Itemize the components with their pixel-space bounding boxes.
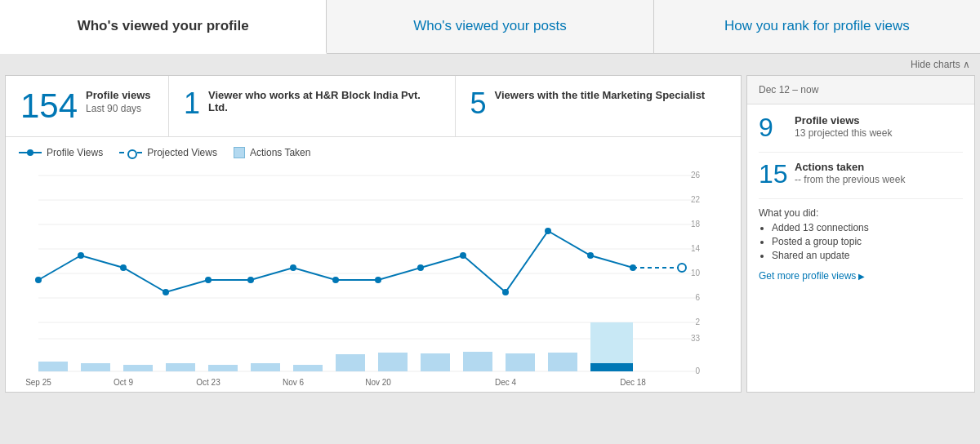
bar-9	[378, 353, 408, 371]
tab-posts-label: Who's viewed your posts	[413, 18, 567, 33]
bar-3	[123, 365, 153, 371]
tab-posts[interactable]: Who's viewed your posts	[327, 0, 653, 53]
legend-box	[234, 147, 245, 158]
chart-legend: Profile Views Projected Views Actions Ta…	[6, 137, 741, 163]
svg-text:6: 6	[695, 293, 700, 302]
stat-profile-views: 154 Profile views Last 90 days	[6, 76, 169, 136]
bar-14-dark	[590, 363, 633, 371]
left-panel: 154 Profile views Last 90 days 1 Viewer …	[5, 75, 742, 393]
point-7	[290, 264, 296, 271]
main-container: Who's viewed your profile Who's viewed y…	[0, 0, 980, 444]
action-item-1: Added 13 connections	[772, 222, 963, 233]
divider-1	[759, 152, 963, 153]
projected-point	[678, 264, 686, 272]
svg-text:2: 2	[695, 317, 700, 326]
tab-rank-label: How you rank for profile views	[724, 18, 910, 33]
right-actions-taken-number: 15	[759, 161, 788, 187]
point-2	[78, 252, 84, 259]
tab-bar: Who's viewed your profile Who's viewed y…	[0, 0, 980, 54]
main-content: 154 Profile views Last 90 days 1 Viewer …	[0, 75, 980, 397]
right-panel-header: Dec 12 – now	[747, 76, 974, 104]
point-13	[545, 228, 551, 234]
profile-views-number: 154	[20, 89, 78, 123]
point-5	[205, 277, 212, 283]
bar-10	[421, 353, 450, 371]
viewer-company-label: Viewer who works at H&R Block India Pvt.…	[208, 89, 439, 113]
right-panel: Dec 12 – now 9 Profile views 13 projecte…	[746, 75, 975, 393]
bar-6	[251, 363, 280, 371]
svg-text:Oct 9: Oct 9	[114, 378, 133, 387]
right-profile-views-sublabel: 13 projected this week	[795, 127, 892, 139]
what-you-did-label: What you did:	[759, 207, 818, 219]
bar-7	[293, 365, 323, 371]
action-item-3: Shared an update	[772, 250, 963, 261]
chart-area: 26 22 18 14 10 6 2	[6, 163, 741, 392]
viewer-title-number: 5	[470, 89, 487, 118]
right-profile-views: 9 Profile views 13 projected this week	[759, 114, 963, 140]
bar-1	[38, 362, 68, 371]
viewer-title-label: Viewers with the title Marketing Special…	[495, 89, 706, 101]
bar-8	[336, 354, 365, 371]
point-8	[332, 277, 339, 283]
bar-11	[463, 352, 492, 371]
right-actions-taken-label: Actions taken	[795, 161, 905, 173]
point-6	[247, 277, 254, 283]
legend-dashed-line	[119, 152, 142, 153]
point-12	[502, 289, 509, 295]
action-item-2: Posted a group topic	[772, 236, 963, 247]
bar-4	[166, 363, 195, 371]
point-9	[375, 277, 381, 283]
bar-2	[81, 363, 110, 371]
bar-13	[548, 353, 577, 371]
what-you-did-section: What you did: Added 13 connections Poste…	[759, 207, 963, 261]
svg-text:Nov 6: Nov 6	[283, 378, 305, 387]
bar-5	[208, 365, 238, 371]
right-profile-views-label: Profile views	[795, 114, 892, 127]
tab-profile[interactable]: Who's viewed your profile	[0, 0, 327, 54]
date-range-label: Dec 12 – now	[759, 84, 818, 95]
point-3	[120, 264, 127, 271]
right-actions-taken-sublabel: -- from the previous week	[795, 174, 905, 185]
stat-viewer-title: 5 Viewers with the title Marketing Speci…	[456, 76, 742, 136]
stat-viewer-company: 1 Viewer who works at H&R Block India Pv…	[169, 76, 456, 136]
point-10	[417, 264, 424, 271]
legend-projected-views: Projected Views	[119, 147, 217, 158]
profile-views-sublabel: Last 90 days	[86, 103, 150, 114]
hide-charts-bar: Hide charts	[0, 54, 980, 75]
divider-2	[759, 198, 963, 199]
get-more-link[interactable]: Get more profile views	[759, 270, 865, 282]
svg-text:Dec 4: Dec 4	[495, 378, 517, 387]
point-1	[35, 277, 42, 283]
legend-actions-taken: Actions Taken	[234, 147, 311, 158]
legend-profile-views-label: Profile Views	[47, 147, 103, 158]
point-15	[630, 264, 636, 271]
right-actions-taken: 15 Actions taken -- from the previous we…	[759, 161, 963, 187]
chart-svg: 26 22 18 14 10 6 2	[14, 163, 724, 388]
svg-text:Nov 20: Nov 20	[365, 378, 391, 387]
stats-row: 154 Profile views Last 90 days 1 Viewer …	[6, 76, 741, 137]
right-profile-views-number: 9	[759, 114, 788, 140]
svg-text:0: 0	[695, 366, 700, 375]
legend-profile-views: Profile Views	[19, 147, 103, 158]
actions-list: Added 13 connections Posted a group topi…	[772, 222, 963, 261]
svg-text:Sep 25: Sep 25	[25, 378, 51, 387]
hide-charts-link[interactable]: Hide charts	[911, 59, 970, 70]
svg-text:Oct 23: Oct 23	[196, 378, 220, 387]
legend-solid-line	[19, 152, 42, 153]
profile-views-label: Profile views	[86, 89, 150, 101]
svg-text:Dec 18: Dec 18	[620, 378, 646, 387]
viewer-company-number: 1	[184, 89, 200, 118]
legend-projected-views-label: Projected Views	[147, 147, 217, 158]
point-11	[460, 252, 466, 259]
point-4	[163, 289, 169, 295]
tab-profile-label: Who's viewed your profile	[78, 18, 249, 33]
right-panel-body: 9 Profile views 13 projected this week 1…	[747, 104, 974, 291]
bar-12	[506, 353, 535, 371]
legend-actions-taken-label: Actions Taken	[250, 147, 311, 158]
point-14	[587, 252, 594, 259]
tab-rank[interactable]: How you rank for profile views	[654, 0, 980, 53]
